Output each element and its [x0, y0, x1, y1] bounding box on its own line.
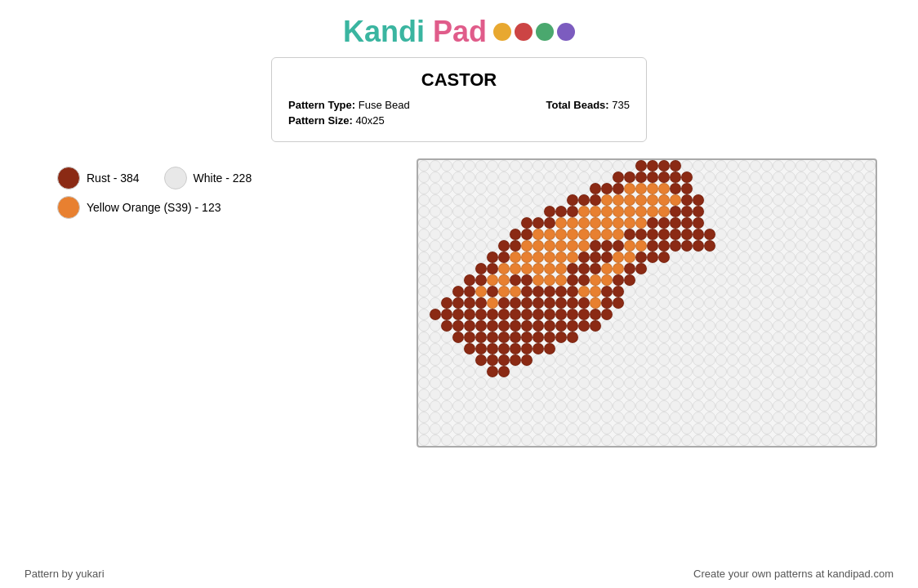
bead-cell	[624, 400, 635, 412]
bead-cell	[613, 309, 624, 320]
bead-cell	[487, 194, 498, 206]
bead-cell	[784, 320, 795, 332]
bead-cell	[864, 309, 876, 320]
bead-cell	[715, 309, 727, 320]
bead-cell	[658, 354, 670, 366]
bead-cell	[613, 172, 624, 183]
info-grid-row1: Pattern Type: Fuse Bead Total Beads: 735	[288, 99, 630, 111]
bead-cell	[738, 320, 750, 332]
bead-cell	[452, 332, 464, 343]
bead-cell	[830, 229, 841, 240]
bead-cell	[418, 194, 430, 206]
bead-cell	[704, 389, 715, 400]
bead-cell	[841, 354, 853, 366]
bead-cell	[544, 309, 555, 320]
bead-cell	[738, 434, 750, 446]
bead-cell	[590, 389, 601, 400]
bead-cell	[715, 217, 727, 229]
bead-cell	[475, 206, 487, 217]
bead-cell	[441, 160, 452, 172]
bead-cell	[464, 160, 475, 172]
bead-cell	[578, 217, 590, 229]
bead-cell	[750, 160, 761, 172]
bead-cell	[647, 389, 658, 400]
bead-cell	[715, 194, 727, 206]
bead-cell	[567, 412, 578, 423]
bead-cell	[475, 320, 487, 332]
bead-cell	[647, 332, 658, 343]
bead-cell	[647, 252, 658, 263]
bead-cell	[658, 194, 670, 206]
bead-cell	[635, 194, 647, 206]
bead-cell	[544, 252, 555, 263]
bead-cell	[693, 332, 704, 343]
bead-cell	[578, 274, 590, 286]
bead-cell	[452, 343, 464, 354]
bead-cell	[738, 160, 750, 172]
bead-cell	[464, 263, 475, 274]
bead-cell	[715, 354, 727, 366]
bead-cell	[418, 252, 430, 263]
bead-cell	[533, 206, 544, 217]
bead-cell	[533, 320, 544, 332]
bead-cell	[613, 286, 624, 297]
bead-cell	[441, 354, 452, 366]
bead-cell	[818, 320, 830, 332]
pattern-size-label: Pattern Size:	[288, 114, 353, 127]
bead-cell	[533, 229, 544, 240]
bead-cell	[795, 229, 807, 240]
bead-cell	[681, 389, 693, 400]
bead-cell	[590, 206, 601, 217]
bead-cell	[521, 240, 533, 252]
bead-cell	[647, 172, 658, 183]
bead-cell	[578, 263, 590, 274]
bead-cell	[715, 343, 727, 354]
bead-cell	[693, 377, 704, 389]
bead-cell	[487, 286, 498, 297]
bead-cell	[795, 389, 807, 400]
bead-cell	[555, 423, 567, 434]
bead-cell	[441, 229, 452, 240]
bead-cell	[487, 412, 498, 423]
bead-cell	[635, 172, 647, 183]
bead-cell	[533, 332, 544, 343]
bead-cell	[830, 263, 841, 274]
bead-cell	[853, 332, 864, 343]
bead-cell	[510, 377, 521, 389]
bead-cell	[418, 412, 430, 423]
bead-cell	[853, 240, 864, 252]
bead-cell	[441, 343, 452, 354]
bead-cell	[601, 172, 613, 183]
bead-cell	[864, 183, 876, 194]
bead-cell	[647, 423, 658, 434]
bead-cell	[864, 332, 876, 343]
bead-cell	[601, 263, 613, 274]
bead-cell	[647, 377, 658, 389]
bead-cell	[601, 309, 613, 320]
bead-cell	[773, 183, 784, 194]
bead-cell	[635, 389, 647, 400]
bead-cell	[624, 286, 635, 297]
bead-cell	[567, 183, 578, 194]
bead-cell	[864, 274, 876, 286]
bead-cell	[807, 297, 818, 309]
bead-cell	[773, 160, 784, 172]
bead-cell	[624, 194, 635, 206]
bead-cell	[567, 400, 578, 412]
bead-cell	[418, 217, 430, 229]
bead-cell	[750, 423, 761, 434]
bead-cell	[430, 366, 441, 377]
bead-cell	[773, 434, 784, 446]
bead-cell	[681, 377, 693, 389]
bead-cell	[441, 172, 452, 183]
bead-cell	[761, 263, 773, 274]
bead-cell	[773, 412, 784, 423]
bead-cell	[635, 412, 647, 423]
bead-cell	[510, 389, 521, 400]
bead-cell	[761, 240, 773, 252]
bead-cell	[773, 320, 784, 332]
bead-cell	[830, 366, 841, 377]
bead-cell	[658, 332, 670, 343]
bead-cell	[864, 297, 876, 309]
bead-cell	[818, 229, 830, 240]
